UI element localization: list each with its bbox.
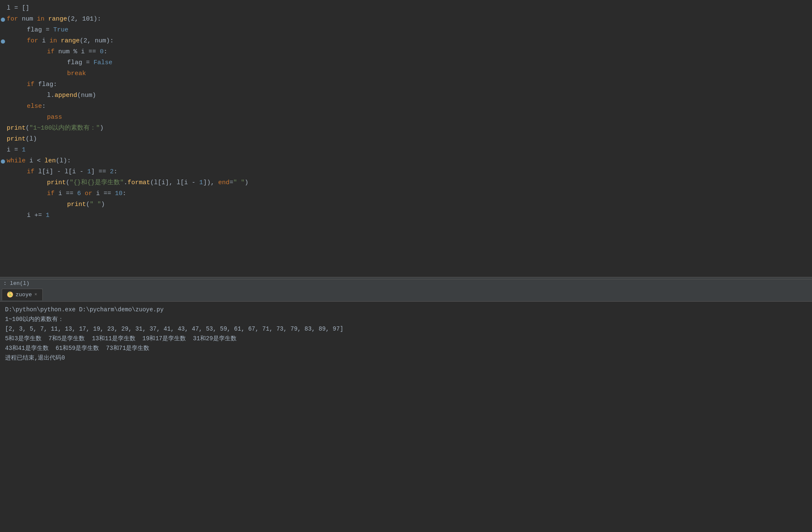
- token-func: print: [67, 200, 86, 210]
- token-kw: else: [27, 102, 42, 112]
- token-var: i ==: [55, 189, 77, 199]
- terminal-line: D:\python\python.exe D:\pycharm\demo\zuo…: [5, 305, 807, 315]
- token-var: [57, 36, 61, 46]
- token-string: " ": [90, 200, 101, 210]
- token-var: num % i ==: [55, 47, 100, 57]
- token-var: (2, 101):: [67, 14, 101, 24]
- token-num: 2: [110, 167, 114, 177]
- token-var: (num): [77, 91, 96, 101]
- token-op: =: [229, 178, 233, 188]
- token-var: (l):: [56, 156, 71, 166]
- token-var: flag:: [34, 80, 57, 90]
- token-kw: or: [85, 189, 92, 199]
- terminal-line: 5和3是孪生数 7和5是孪生数 13和11是孪生数 19和17是孪生数 31和2…: [5, 334, 807, 344]
- token-var: l: [7, 3, 10, 13]
- token-kw: for: [7, 14, 18, 24]
- token-kw: for: [27, 36, 38, 46]
- token-var: (l[i], l[i -: [150, 178, 199, 188]
- code-line: while i < len(l):: [0, 156, 812, 167]
- code-line: print("1~100以内的素数有："): [0, 123, 812, 134]
- token-var: l[i] - l[i -: [34, 167, 87, 177]
- token-func: print: [7, 123, 26, 133]
- token-var: flag: [27, 25, 42, 35]
- token-paren: []: [22, 3, 29, 13]
- tab-label: zuoye: [16, 292, 32, 298]
- token-op: =: [10, 145, 22, 155]
- token-var: i ==: [92, 189, 115, 199]
- token-func: len: [44, 156, 56, 166]
- token-param-kw: end: [218, 178, 229, 188]
- token-kw: break: [67, 69, 86, 79]
- token-kw: in: [37, 14, 44, 24]
- token-func: range: [61, 36, 80, 46]
- tab-close-button[interactable]: ×: [34, 292, 37, 297]
- token-op: =: [10, 3, 22, 13]
- token-kw-blue: True: [53, 25, 68, 35]
- breakpoint-dot: [1, 39, 5, 44]
- token-num: 1: [22, 145, 26, 155]
- token-var: ]),: [203, 178, 218, 188]
- token-kw-blue: False: [94, 58, 112, 68]
- code-line: flag = True: [0, 25, 812, 36]
- code-line: pass: [0, 112, 812, 123]
- token-var: ): [245, 178, 248, 188]
- token-var: l: [47, 91, 51, 101]
- token-kw: while: [7, 156, 26, 166]
- code-line: l.append(num): [0, 91, 812, 102]
- token-var: i <: [26, 156, 44, 166]
- token-func: range: [48, 14, 67, 24]
- token-num: 1: [87, 167, 91, 177]
- token-op: +=: [31, 211, 46, 221]
- terminal-line: 1~100以内的素数有：: [5, 315, 807, 324]
- token-num: 6: [77, 189, 81, 199]
- code-line: else:: [0, 102, 812, 112]
- token-op: =: [42, 25, 53, 35]
- token-num: 10: [115, 189, 122, 199]
- code-line: for num in range(2, 101):: [0, 14, 812, 25]
- token-var: ] ==: [91, 167, 110, 177]
- code-line: if i == 6 or i == 10:: [0, 189, 812, 200]
- code-line: if flag:: [0, 80, 812, 91]
- breakpoint-dot: [1, 159, 5, 164]
- code-line: i = 1: [0, 145, 812, 156]
- terminal-tab-bar: 🐍 zuoye ×: [0, 287, 812, 302]
- token-var: :: [114, 167, 117, 177]
- token-var: :: [122, 189, 126, 199]
- tab-icon: 🐍: [7, 292, 13, 297]
- code-line: if num % i == 0:: [0, 47, 812, 58]
- token-var: flag: [67, 58, 82, 68]
- code-line: i += 1: [0, 211, 812, 222]
- token-op: .: [51, 91, 55, 101]
- token-func: print: [47, 178, 66, 188]
- token-var: i: [7, 145, 10, 155]
- token-method: format: [128, 178, 150, 188]
- code-line: for i in range(2, num):: [0, 36, 812, 47]
- token-kw: if: [27, 167, 34, 177]
- token-var: i: [38, 36, 49, 46]
- token-var: :: [42, 102, 46, 112]
- token-var: (: [86, 200, 90, 210]
- terminal-line: 进程已结束,退出代码0: [5, 353, 807, 363]
- code-line: flag = False: [0, 58, 812, 69]
- terminal-content: D:\python\python.exe D:\pycharm\demo\zuo…: [0, 302, 812, 367]
- breakpoint-dot: [1, 18, 5, 22]
- token-num: 1: [199, 178, 203, 188]
- token-var: ): [101, 200, 105, 210]
- token-var: (: [66, 178, 70, 188]
- terminal-tab[interactable]: 🐍 zuoye ×: [2, 289, 43, 300]
- status-bar: : len(l): [0, 279, 812, 287]
- token-op: =: [82, 58, 94, 68]
- token-num: 1: [46, 211, 49, 221]
- token-var: num: [18, 14, 37, 24]
- token-string: "{}和{}是孪生数": [70, 178, 124, 188]
- token-var: [81, 189, 85, 199]
- token-var: (2, num):: [80, 36, 114, 46]
- token-num: 0: [100, 47, 104, 57]
- code-line: l = []: [0, 3, 812, 14]
- code-line: break: [0, 69, 812, 80]
- terminal-line: [2, 3, 5, 7, 11, 13, 17, 19, 23, 29, 31,…: [5, 324, 807, 334]
- token-var: i: [27, 211, 31, 221]
- token-var: (: [26, 123, 29, 133]
- token-kw: if: [47, 47, 55, 57]
- editor-area: l = []for num in range(2, 101):flag = Tr…: [0, 0, 812, 277]
